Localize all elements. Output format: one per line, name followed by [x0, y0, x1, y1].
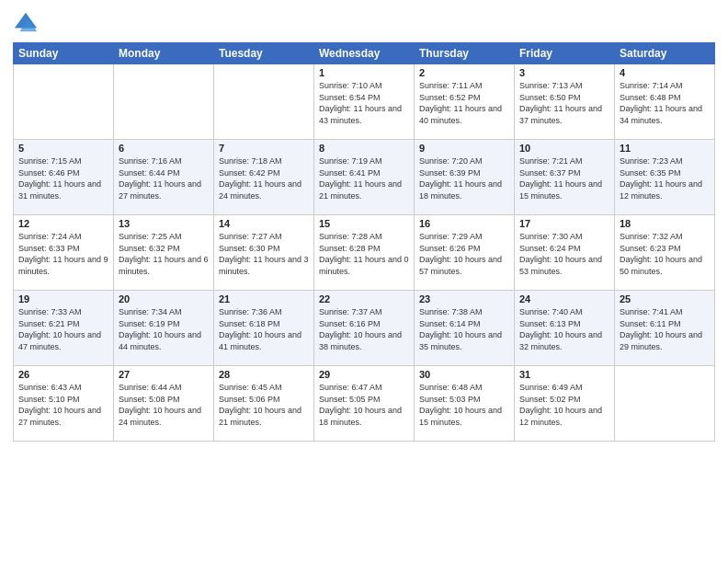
day-cell: 9Sunrise: 7:20 AM Sunset: 6:39 PM Daylig…	[415, 140, 515, 215]
day-number: 17	[519, 218, 609, 229]
day-cell: 23Sunrise: 7:38 AM Sunset: 6:14 PM Dayli…	[415, 291, 515, 366]
day-cell: 30Sunrise: 6:48 AM Sunset: 5:03 PM Dayli…	[415, 366, 515, 442]
week-row: 26Sunrise: 6:43 AM Sunset: 5:10 PM Dayli…	[14, 366, 715, 442]
day-cell: 29Sunrise: 6:47 AM Sunset: 5:05 PM Dayli…	[314, 366, 415, 442]
day-number: 20	[119, 293, 209, 304]
day-info: Sunrise: 7:37 AM Sunset: 6:16 PM Dayligh…	[319, 306, 409, 352]
day-cell: 17Sunrise: 7:30 AM Sunset: 6:24 PM Dayli…	[515, 215, 615, 291]
day-cell: 11Sunrise: 7:23 AM Sunset: 6:35 PM Dayli…	[615, 140, 715, 215]
day-info: Sunrise: 7:41 AM Sunset: 6:11 PM Dayligh…	[620, 306, 710, 352]
day-cell: 12Sunrise: 7:24 AM Sunset: 6:33 PM Dayli…	[14, 215, 114, 291]
day-number: 27	[119, 369, 209, 380]
day-cell: 2Sunrise: 7:11 AM Sunset: 6:52 PM Daylig…	[415, 64, 515, 140]
header-day: Sunday	[14, 43, 114, 64]
day-info: Sunrise: 7:13 AM Sunset: 6:50 PM Dayligh…	[519, 80, 609, 126]
day-cell: 16Sunrise: 7:29 AM Sunset: 6:26 PM Dayli…	[415, 215, 515, 291]
header	[13, 9, 715, 35]
day-number: 4	[620, 67, 710, 78]
day-number: 1	[319, 67, 409, 78]
logo-icon	[13, 9, 39, 35]
day-number: 22	[319, 293, 409, 304]
day-info: Sunrise: 6:45 AM Sunset: 5:06 PM Dayligh…	[219, 382, 309, 428]
day-cell: 26Sunrise: 6:43 AM Sunset: 5:10 PM Dayli…	[14, 366, 114, 442]
page: SundayMondayTuesdayWednesdayThursdayFrid…	[0, 0, 728, 563]
day-info: Sunrise: 7:25 AM Sunset: 6:32 PM Dayligh…	[119, 231, 209, 277]
day-cell: 19Sunrise: 7:33 AM Sunset: 6:21 PM Dayli…	[14, 291, 114, 366]
day-number: 3	[519, 67, 609, 78]
day-number: 9	[419, 143, 509, 154]
day-info: Sunrise: 7:34 AM Sunset: 6:19 PM Dayligh…	[119, 306, 209, 352]
day-cell	[114, 64, 214, 140]
header-day: Friday	[515, 43, 615, 64]
day-cell	[214, 64, 314, 140]
day-number: 6	[119, 143, 209, 154]
day-cell: 8Sunrise: 7:19 AM Sunset: 6:41 PM Daylig…	[314, 140, 415, 215]
day-number: 26	[18, 369, 108, 380]
day-info: Sunrise: 7:23 AM Sunset: 6:35 PM Dayligh…	[620, 155, 710, 201]
day-number: 21	[219, 293, 309, 304]
day-info: Sunrise: 6:43 AM Sunset: 5:10 PM Dayligh…	[18, 382, 108, 428]
header-day: Wednesday	[314, 43, 415, 64]
day-cell: 20Sunrise: 7:34 AM Sunset: 6:19 PM Dayli…	[114, 291, 214, 366]
day-number: 5	[18, 143, 108, 154]
day-cell: 14Sunrise: 7:27 AM Sunset: 6:30 PM Dayli…	[214, 215, 314, 291]
day-cell: 27Sunrise: 6:44 AM Sunset: 5:08 PM Dayli…	[114, 366, 214, 442]
day-info: Sunrise: 7:21 AM Sunset: 6:37 PM Dayligh…	[519, 155, 609, 201]
day-cell	[14, 64, 114, 140]
day-info: Sunrise: 7:20 AM Sunset: 6:39 PM Dayligh…	[419, 155, 509, 201]
day-number: 19	[18, 293, 108, 304]
day-cell: 3Sunrise: 7:13 AM Sunset: 6:50 PM Daylig…	[515, 64, 615, 140]
day-cell: 5Sunrise: 7:15 AM Sunset: 6:46 PM Daylig…	[14, 140, 114, 215]
day-info: Sunrise: 7:27 AM Sunset: 6:30 PM Dayligh…	[219, 231, 309, 277]
day-number: 15	[319, 218, 409, 229]
week-row: 1Sunrise: 7:10 AM Sunset: 6:54 PM Daylig…	[14, 64, 715, 140]
day-info: Sunrise: 7:33 AM Sunset: 6:21 PM Dayligh…	[18, 306, 108, 352]
day-number: 13	[119, 218, 209, 229]
day-number: 14	[219, 218, 309, 229]
day-cell: 25Sunrise: 7:41 AM Sunset: 6:11 PM Dayli…	[615, 291, 715, 366]
day-info: Sunrise: 7:16 AM Sunset: 6:44 PM Dayligh…	[119, 155, 209, 201]
week-row: 19Sunrise: 7:33 AM Sunset: 6:21 PM Dayli…	[14, 291, 715, 366]
day-info: Sunrise: 7:10 AM Sunset: 6:54 PM Dayligh…	[319, 80, 409, 126]
day-cell: 6Sunrise: 7:16 AM Sunset: 6:44 PM Daylig…	[114, 140, 214, 215]
day-number: 23	[419, 293, 509, 304]
day-info: Sunrise: 7:36 AM Sunset: 6:18 PM Dayligh…	[219, 306, 309, 352]
day-info: Sunrise: 7:14 AM Sunset: 6:48 PM Dayligh…	[620, 80, 710, 126]
day-cell: 28Sunrise: 6:45 AM Sunset: 5:06 PM Dayli…	[214, 366, 314, 442]
day-cell: 18Sunrise: 7:32 AM Sunset: 6:23 PM Dayli…	[615, 215, 715, 291]
day-number: 2	[419, 67, 509, 78]
day-cell: 22Sunrise: 7:37 AM Sunset: 6:16 PM Dayli…	[314, 291, 415, 366]
day-number: 7	[219, 143, 309, 154]
header-row: SundayMondayTuesdayWednesdayThursdayFrid…	[14, 43, 715, 64]
day-number: 12	[18, 218, 108, 229]
day-cell	[615, 366, 715, 442]
day-number: 8	[319, 143, 409, 154]
day-info: Sunrise: 7:40 AM Sunset: 6:13 PM Dayligh…	[519, 306, 609, 352]
week-row: 12Sunrise: 7:24 AM Sunset: 6:33 PM Dayli…	[14, 215, 715, 291]
week-row: 5Sunrise: 7:15 AM Sunset: 6:46 PM Daylig…	[14, 140, 715, 215]
day-cell: 13Sunrise: 7:25 AM Sunset: 6:32 PM Dayli…	[114, 215, 214, 291]
day-cell: 24Sunrise: 7:40 AM Sunset: 6:13 PM Dayli…	[515, 291, 615, 366]
day-number: 31	[519, 369, 609, 380]
day-info: Sunrise: 7:38 AM Sunset: 6:14 PM Dayligh…	[419, 306, 509, 352]
day-info: Sunrise: 7:15 AM Sunset: 6:46 PM Dayligh…	[18, 155, 108, 201]
day-number: 18	[620, 218, 710, 229]
day-info: Sunrise: 6:44 AM Sunset: 5:08 PM Dayligh…	[119, 382, 209, 428]
day-cell: 31Sunrise: 6:49 AM Sunset: 5:02 PM Dayli…	[515, 366, 615, 442]
day-number: 10	[519, 143, 609, 154]
day-cell: 21Sunrise: 7:36 AM Sunset: 6:18 PM Dayli…	[214, 291, 314, 366]
header-day: Saturday	[615, 43, 715, 64]
day-number: 28	[219, 369, 309, 380]
day-cell: 15Sunrise: 7:28 AM Sunset: 6:28 PM Dayli…	[314, 215, 415, 291]
day-info: Sunrise: 6:49 AM Sunset: 5:02 PM Dayligh…	[519, 382, 609, 428]
day-number: 30	[419, 369, 509, 380]
day-info: Sunrise: 7:11 AM Sunset: 6:52 PM Dayligh…	[419, 80, 509, 126]
day-info: Sunrise: 7:19 AM Sunset: 6:41 PM Dayligh…	[319, 155, 409, 201]
day-cell: 10Sunrise: 7:21 AM Sunset: 6:37 PM Dayli…	[515, 140, 615, 215]
header-day: Monday	[114, 43, 214, 64]
day-info: Sunrise: 7:24 AM Sunset: 6:33 PM Dayligh…	[18, 231, 108, 277]
day-info: Sunrise: 7:30 AM Sunset: 6:24 PM Dayligh…	[519, 231, 609, 277]
day-number: 29	[319, 369, 409, 380]
header-day: Thursday	[415, 43, 515, 64]
calendar-table: SundayMondayTuesdayWednesdayThursdayFrid…	[13, 42, 715, 442]
